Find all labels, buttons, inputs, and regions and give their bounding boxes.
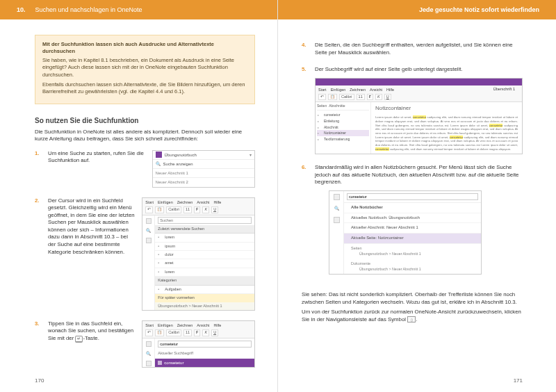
- ribbon-tab-help: Hilfe: [213, 200, 221, 204]
- bold-button: F: [367, 94, 373, 100]
- category-item-highlight: Für später vormerken: [155, 294, 254, 302]
- search-icon: 🔍: [156, 161, 161, 167]
- step-6-num: 6.: [302, 164, 309, 172]
- underline-button: U: [384, 94, 391, 100]
- nav-tab-sections: Abschnitte: [329, 104, 345, 108]
- page-title: Notizcontainer: [375, 105, 518, 113]
- recent-search: lorem: [155, 234, 254, 242]
- screenshot-3: StartEinfügenZeichnenAnsichtHilfe ↶ 📋 Ca…: [142, 320, 255, 368]
- nav-rail: 🔍: [329, 191, 343, 274]
- clipboard-icon: 📋: [155, 329, 164, 336]
- bold-button: F: [194, 206, 200, 213]
- notebook-name: Übungsnotizbuch: [165, 152, 197, 158]
- step-5-text: Der Suchbegriff wird auf einer Seite gel…: [315, 66, 523, 74]
- screenshot-2: StartEinfügenZeichnenAnsichtHilfe ↶ 📋 Ca…: [142, 197, 255, 311]
- breadcrumb: Übungsnotizbuch > Neuer Abschnitt 1: [344, 266, 481, 274]
- closing-paragraph-1: Sie sehen: Das ist nicht sonderlich komp…: [302, 291, 523, 306]
- step-3: 3. Tippen Sie in das Suchfeld ein, wonac…: [35, 320, 255, 368]
- section-2: Neuer Abschnitt 2: [156, 179, 188, 185]
- step-2-text: Der Cursor wird in ein Suchfeld gesetzt.…: [48, 197, 135, 256]
- font-name: Calibri: [166, 329, 181, 336]
- page-nav: SeitenAbschnitte consetetur Einleitung A…: [316, 102, 371, 154]
- step-3-text: Tippen Sie in das Suchfeld ein, wonach S…: [48, 320, 135, 343]
- recent-search: dolor: [155, 251, 254, 259]
- nav-item: Textformatierung: [317, 136, 369, 142]
- nav-icon: [146, 361, 152, 366]
- header-right: Jede gesuchte Notiz sofort wiederfinden: [278, 0, 556, 19]
- ribbon-tab-start: Start: [145, 200, 154, 204]
- nav-item-active: Notizcontainer: [317, 130, 369, 136]
- search-icon: 🔍: [146, 351, 151, 357]
- page-icon: [158, 361, 162, 365]
- search-input[interactable]: [158, 341, 252, 348]
- search-result-selected: consetetur: [155, 359, 254, 367]
- clipboard-icon: 📋: [328, 94, 337, 100]
- scope-all: Alle Notizbücher: [344, 203, 481, 213]
- nav-item: Abschnitt: [317, 124, 369, 131]
- ribbon-tab-insert: Einfügen: [158, 323, 173, 327]
- underline-button: U: [211, 329, 218, 336]
- undo-icon: ↶: [318, 94, 326, 100]
- undo-icon: ↶: [145, 329, 153, 336]
- italic-button: K: [202, 206, 209, 213]
- step-2-num: 2.: [35, 197, 42, 205]
- search-icon: 🔍: [146, 228, 151, 234]
- step-4-num: 4.: [302, 42, 309, 49]
- ribbon-tab-view: Ansicht: [197, 323, 209, 327]
- ribbon-tab-draw: Zeichnen: [177, 323, 193, 327]
- tip-title: Mit der Suchfunktion lassen sich auch Au…: [42, 41, 247, 55]
- ribbon-tab-start: Start: [318, 88, 327, 92]
- page-left: 10. Suchen und nachschlagen in OneNote M…: [0, 0, 278, 392]
- step-5: 5. Der Suchbegriff wird auf einer Seite …: [302, 66, 523, 154]
- step-1-num: 1.: [35, 150, 42, 158]
- bold-button: F: [194, 329, 200, 336]
- nav-item: consetetur: [317, 112, 369, 118]
- italic-button: K: [202, 329, 209, 336]
- tip-paragraph-1: Sie haben, wie in Kapitel 8.1 beschriebe…: [42, 57, 247, 78]
- search-input[interactable]: [158, 217, 252, 224]
- step-3-num: 3.: [35, 320, 42, 328]
- step-6: 6. Standardmäßig wird in allen Notizbüch…: [302, 164, 523, 281]
- page-right: Jede gesuchte Notiz sofort wiederfinden …: [278, 0, 556, 392]
- nav-return-icon: ▯: [407, 316, 416, 322]
- header-left: 10. Suchen und nachschlagen in OneNote: [0, 0, 277, 19]
- step-1: 1. Um eine Suche zu starten, rufen Sie d…: [35, 150, 255, 188]
- section-intro: Die Suchfunktion in OneNote ist alles an…: [35, 129, 255, 143]
- group-pages: Seiten: [344, 244, 481, 251]
- font-size: 11: [183, 206, 192, 213]
- scope-notebook: Aktuelles Notizbuch: Übungsnotizbuch: [344, 213, 481, 224]
- scope-page: Aktuelle Seite: Notizcontainer: [344, 234, 481, 244]
- chapter-number: 10.: [17, 6, 26, 13]
- highlight: consetetur: [450, 136, 464, 139]
- page-body: Lorem ipsum dolor sit amet, consetetur s…: [375, 115, 518, 151]
- categories-header: Kategorien: [155, 277, 254, 285]
- recent-search: ipsum: [155, 243, 254, 251]
- highlight: consetetur: [413, 115, 427, 119]
- nav-icon: [334, 194, 340, 200]
- breadcrumb-footer: Übungsnotizbuch > Neuer Abschnitt 1: [155, 302, 254, 310]
- font-size: 11: [183, 329, 192, 336]
- nav-tab-pages: Seiten: [317, 104, 327, 108]
- nav-rail: 🔍: [142, 215, 155, 310]
- search-input[interactable]: [347, 193, 478, 200]
- italic-button: K: [375, 94, 382, 100]
- steps-list: 1. Um eine Suche zu starten, rufen Sie d…: [35, 150, 255, 368]
- ribbon-tab-draw: Zeichnen: [177, 200, 193, 204]
- ribbon: StartEinfügenZeichnenAnsichtHilfe ↶ 📋 Ca…: [142, 198, 254, 215]
- page-number-right: 171: [514, 377, 523, 384]
- clipboard-icon: 📋: [155, 206, 164, 213]
- enter-key: ↵: [75, 336, 83, 343]
- search-line: Suche anzeigen: [163, 161, 193, 167]
- scope-section: Aktueller Abschnitt: Neuer Abschnitt 1: [344, 223, 481, 234]
- tip-box: Mit der Suchfunktion lassen sich auch Au…: [35, 35, 255, 104]
- group-docs: Dokumente: [344, 259, 481, 266]
- font-name: Calibri: [339, 94, 354, 100]
- ribbon-tab-view: Ansicht: [370, 88, 382, 92]
- step-4-text: Die Seiten, die den Suchbegriff enthalte…: [315, 42, 523, 56]
- recent-search: lorem: [155, 268, 254, 277]
- ribbon: StartEinfügenZeichnenAnsichtHilfe ↶ 📋 Ca…: [142, 321, 254, 338]
- screenshot-5: 🔍 Alle Notizbücher Aktuelles Notizbuch: …: [329, 190, 482, 275]
- nav-item: Einleitung: [317, 118, 369, 124]
- chevron-down-icon: ▾: [250, 152, 252, 158]
- undo-icon: ↶: [145, 206, 153, 213]
